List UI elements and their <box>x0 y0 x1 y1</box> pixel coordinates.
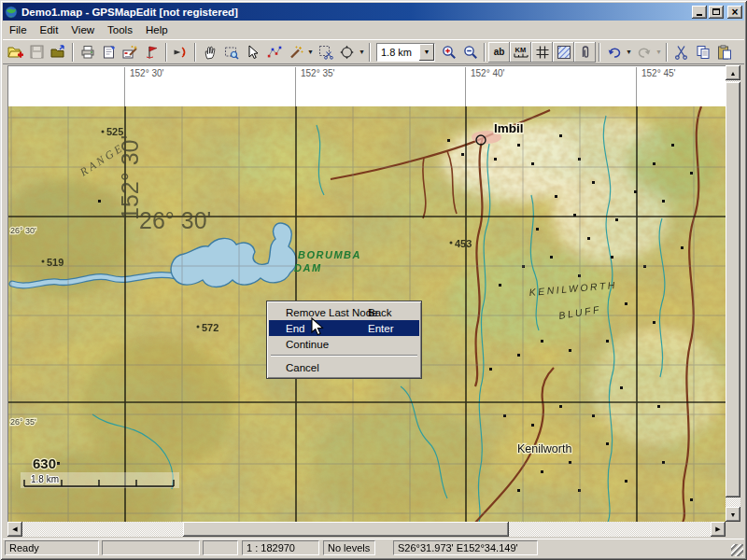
ruler-label: 152° 30' <box>130 68 164 78</box>
window-title: Demo1.map - GPSMapEdit [not registered] <box>21 7 690 18</box>
menu-edit[interactable]: Edit <box>34 22 65 37</box>
vertical-scrollbar[interactable]: ▲ ▼ <box>726 65 740 522</box>
move-map-button[interactable] <box>336 42 358 63</box>
zoom-combo-dropdown[interactable]: ▼ <box>419 44 434 61</box>
map-label-453: 453 <box>455 238 472 249</box>
context-menu-item-cancel[interactable]: Cancel <box>269 359 419 375</box>
pan-tool-button[interactable] <box>199 42 220 63</box>
map-properties-button[interactable] <box>120 42 141 63</box>
menu-tools[interactable]: Tools <box>101 22 139 37</box>
undo-button[interactable] <box>603 42 625 63</box>
map-ruler: 152° 30' 152° 35' 152° 40' 152° 45' <box>8 66 726 106</box>
status-ready: Ready <box>5 540 99 555</box>
map-label-imbil: Imbil <box>494 121 524 135</box>
toolbar-separator <box>599 43 600 62</box>
save-icon <box>30 45 44 59</box>
show-scale-toggle[interactable]: KM <box>510 42 531 63</box>
context-menu-item-continue[interactable]: Continue <box>269 336 419 352</box>
redo-icon <box>637 45 652 60</box>
status-bar: Ready 1 : 182970 No levels S26°31.973' E… <box>3 539 744 557</box>
file-properties-icon <box>102 45 117 60</box>
ruler-label: 152° 35' <box>301 68 335 78</box>
menu-item-label: Remove Last Node <box>286 307 368 318</box>
magic-wand-dropdown[interactable]: ▼ <box>306 42 315 63</box>
waypoints-button[interactable] <box>141 42 162 63</box>
show-background-toggle[interactable] <box>553 42 574 63</box>
polyline-tool-button[interactable] <box>263 42 285 63</box>
redo-button[interactable] <box>633 42 655 63</box>
grid-icon <box>535 45 550 60</box>
save-button[interactable] <box>26 42 48 63</box>
horizontal-scrollbar[interactable]: ◀ ▶ <box>7 522 726 537</box>
maximize-button[interactable] <box>709 6 724 19</box>
zoom-in-icon <box>442 45 457 60</box>
crop-tool-button[interactable] <box>315 42 336 63</box>
minimize-icon <box>697 14 702 16</box>
resize-grip[interactable] <box>731 544 743 556</box>
scroll-down-button[interactable]: ▼ <box>726 507 740 522</box>
menu-help[interactable]: Help <box>139 22 175 37</box>
scroll-up-button[interactable]: ▲ <box>726 65 740 80</box>
scroll-right-button[interactable]: ▶ <box>711 522 726 537</box>
status-map-scale: 1 : 182970 <box>242 540 319 555</box>
map-scale-text: 1.8 km <box>31 474 59 484</box>
file-properties-button[interactable] <box>98 42 120 63</box>
zoom-out-icon <box>463 45 478 60</box>
magic-wand-button[interactable] <box>285 42 306 63</box>
menu-item-label: End <box>286 323 368 334</box>
context-menu-item-end[interactable]: End Enter <box>269 320 419 336</box>
show-labels-toggle[interactable]: ab <box>488 42 510 63</box>
menu-view[interactable]: View <box>64 22 101 37</box>
ruler-label: 152° 45' <box>641 68 676 78</box>
printer-icon <box>80 45 95 60</box>
ruler-tick <box>295 67 296 106</box>
arrow-left-icon: ◀ <box>12 525 17 533</box>
chevron-down-icon: ▼ <box>424 49 430 55</box>
polyline-icon <box>267 45 282 60</box>
paste-button[interactable] <box>713 42 735 63</box>
title-bar[interactable]: Demo1.map - GPSMapEdit [not registered] … <box>3 3 744 21</box>
menu-file[interactable]: File <box>3 22 34 37</box>
redo-dropdown[interactable]: ▼ <box>655 42 663 63</box>
context-menu: Remove Last Node Back End Enter Continue… <box>266 301 422 379</box>
zoom-in-button[interactable] <box>438 42 459 63</box>
toolbar-separator <box>194 43 196 62</box>
map-label-dam: DAM <box>294 262 322 273</box>
attachments-toggle[interactable] <box>574 42 596 63</box>
flag-icon <box>145 45 160 60</box>
svg-text:KM: KM <box>514 46 526 54</box>
close-button[interactable]: × <box>727 6 742 19</box>
ruler-tick <box>124 67 125 106</box>
undo-dropdown[interactable]: ▼ <box>625 42 633 63</box>
gps-upload-icon <box>173 45 189 60</box>
move-map-dropdown[interactable]: ▼ <box>358 42 366 63</box>
zoom-out-button[interactable] <box>459 42 481 63</box>
cut-button[interactable] <box>670 42 692 63</box>
zoom-level-value[interactable]: 1.8 km <box>377 44 419 61</box>
paste-icon <box>717 45 732 60</box>
map-label-lat-big: 26° 30' <box>139 207 211 233</box>
minimize-button[interactable] <box>692 6 707 19</box>
print-button[interactable] <box>77 42 98 63</box>
vertical-scroll-thumb[interactable] <box>726 82 740 497</box>
mouse-cursor <box>311 317 324 336</box>
context-menu-item-remove-last-node[interactable]: Remove Last Node Back <box>269 304 419 320</box>
close-map-button[interactable] <box>48 42 69 63</box>
menu-item-shortcut: Back <box>368 307 392 318</box>
arrow-up-icon: ▲ <box>730 70 737 77</box>
copy-button[interactable] <box>692 42 713 63</box>
select-tool-button[interactable] <box>242 42 263 63</box>
scroll-left-button[interactable]: ◀ <box>7 522 22 537</box>
horizontal-scroll-thumb[interactable] <box>183 522 509 537</box>
zoom-rect-button[interactable] <box>220 42 242 63</box>
copy-icon <box>696 45 711 60</box>
map-scale-bar: 1.8 km <box>21 472 179 488</box>
upload-to-gps-button[interactable] <box>170 42 191 63</box>
show-grid-toggle[interactable] <box>531 42 553 63</box>
open-map-button[interactable] <box>5 42 26 63</box>
crop-scissors-icon <box>318 45 333 60</box>
toolbar: ▼ ▼ 1.8 km ▼ <box>3 39 744 64</box>
app-globe-icon <box>5 6 18 19</box>
zoom-level-combo[interactable]: 1.8 km ▼ <box>376 43 435 62</box>
toolbar-separator <box>369 43 371 62</box>
